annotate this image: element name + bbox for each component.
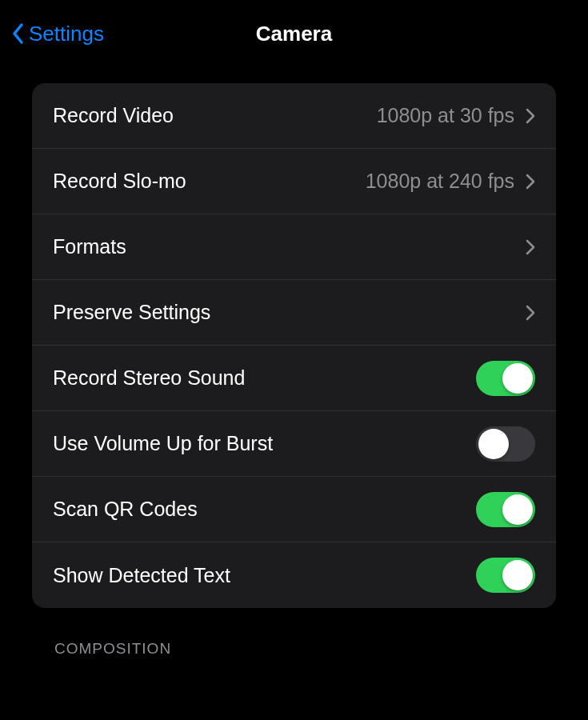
page-title: Camera: [256, 22, 332, 46]
toggle-scan-qr[interactable]: [476, 492, 535, 527]
row-formats[interactable]: Formats: [32, 214, 556, 280]
toggle-knob: [502, 363, 533, 394]
navbar: Settings Camera: [0, 10, 588, 58]
row-label: Preserve Settings: [53, 301, 526, 324]
chevron-left-icon: [11, 22, 24, 45]
row-label: Formats: [53, 235, 526, 258]
back-button[interactable]: Settings: [11, 22, 104, 46]
row-record-video[interactable]: Record Video 1080p at 30 fps: [32, 83, 556, 149]
section-header-composition: COMPOSITION: [32, 608, 556, 658]
toggle-knob: [502, 494, 533, 525]
toggle-volume-burst[interactable]: [476, 426, 535, 462]
back-button-label: Settings: [29, 22, 104, 46]
chevron-right-icon: [526, 239, 535, 255]
row-label: Use Volume Up for Burst: [53, 432, 476, 455]
toggle-knob: [478, 429, 509, 459]
row-record-stereo: Record Stereo Sound: [32, 346, 556, 411]
row-label: Record Slo-mo: [53, 170, 366, 193]
row-label: Record Stereo Sound: [53, 366, 476, 390]
row-value: 1080p at 240 fps: [366, 170, 514, 193]
row-preserve-settings[interactable]: Preserve Settings: [32, 280, 556, 346]
toggle-detected-text[interactable]: [476, 558, 535, 593]
toggle-knob: [502, 560, 533, 590]
row-record-slomo[interactable]: Record Slo-mo 1080p at 240 fps: [32, 149, 556, 214]
chevron-right-icon: [526, 108, 535, 124]
row-label: Show Detected Text: [53, 564, 476, 587]
row-scan-qr: Scan QR Codes: [32, 477, 556, 542]
row-value: 1080p at 30 fps: [377, 104, 514, 127]
chevron-right-icon: [526, 174, 535, 190]
row-label: Scan QR Codes: [53, 498, 476, 521]
row-detected-text: Show Detected Text: [32, 542, 556, 608]
chevron-right-icon: [526, 305, 535, 321]
settings-list: Record Video 1080p at 30 fps Record Slo-…: [32, 83, 556, 608]
toggle-record-stereo[interactable]: [476, 361, 535, 396]
row-volume-burst: Use Volume Up for Burst: [32, 411, 556, 477]
row-label: Record Video: [53, 104, 377, 127]
content: Record Video 1080p at 30 fps Record Slo-…: [0, 58, 588, 658]
